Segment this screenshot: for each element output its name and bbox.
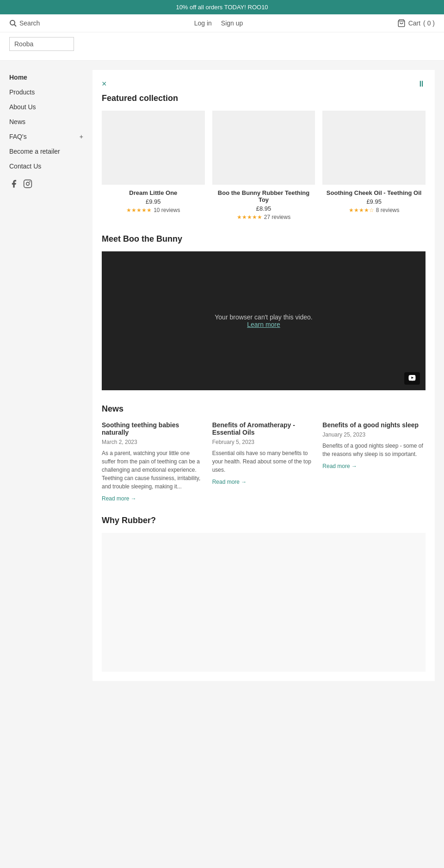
sidebar-nav: Home Products About Us News FAQ's + Beco… <box>9 70 83 174</box>
svg-point-0 <box>10 20 15 25</box>
svg-point-4 <box>26 182 30 186</box>
product-rating-2: ★★★★★ 27 reviews <box>212 214 315 220</box>
cart-count: ( 0 ) <box>423 19 435 27</box>
sidebar-item-contact[interactable]: Contact Us <box>9 159 83 174</box>
product-card-2[interactable]: Boo the Bunny Rubber Teething Toy £8.95 … <box>212 111 315 220</box>
news-excerpt-3: Benefits of a good nights sleep - some o… <box>322 442 426 458</box>
sidebar-products-label: Products <box>9 88 35 96</box>
sidebar-news-label: News <box>9 118 25 125</box>
product-stars-3: ★★★★☆ <box>349 207 374 213</box>
product-card-1[interactable]: Dream Little One £9.95 ★★★★★ 10 reviews <box>102 111 205 220</box>
products-grid: Dream Little One £9.95 ★★★★★ 10 reviews … <box>102 111 426 220</box>
why-rubber-title: Why Rubber? <box>102 516 426 525</box>
svg-rect-3 <box>24 180 32 188</box>
main-layout: Home Products About Us News FAQ's + Beco… <box>0 61 444 690</box>
product-rating-3: ★★★★☆ 8 reviews <box>322 207 426 213</box>
slide-dot[interactable]: × <box>102 79 107 89</box>
news-title: News <box>102 404 426 414</box>
product-rating-1: ★★★★★ 10 reviews <box>102 207 205 213</box>
video-message: Your browser can't play this video. <box>215 313 313 321</box>
product-reviews-2: 27 reviews <box>264 214 290 220</box>
news-card-2: Benefits of Aromatherapy - Essential Oil… <box>212 421 315 502</box>
cart-button[interactable]: Cart ( 0 ) <box>397 19 435 27</box>
product-stars-1: ★★★★★ <box>126 207 152 213</box>
news-date-1: March 2, 2023 <box>102 439 205 445</box>
news-date-2: February 5, 2023 <box>212 439 315 445</box>
sidebar-item-faqs[interactable]: FAQ's + <box>9 129 83 144</box>
news-section: News Soothing teething babies naturally … <box>102 404 426 502</box>
news-date-3: January 25, 2023 <box>322 431 426 438</box>
news-title-2: Benefits of Aromatherapy - Essential Oil… <box>212 421 315 436</box>
header-center: Log in Sign up <box>194 19 243 27</box>
product-name-3: Soothing Cheek Oil - Teething Oil <box>322 189 426 196</box>
sidebar-retailer-label: Become a retailer <box>9 148 60 155</box>
top-banner: 10% off all orders TODAY! ROO10 <box>0 0 444 14</box>
news-title-1: Soothing teething babies naturally <box>102 421 205 436</box>
youtube-icon[interactable] <box>404 372 420 385</box>
news-card-1: Soothing teething babies naturally March… <box>102 421 205 502</box>
cart-icon <box>397 19 406 27</box>
product-price-2: £8.95 <box>212 205 315 212</box>
sidebar-item-home[interactable]: Home <box>9 70 83 85</box>
slide-pause[interactable]: ⏸ <box>417 79 426 89</box>
header: Search Log in Sign up Cart ( 0 ) <box>0 14 444 32</box>
sidebar-about-label: About Us <box>9 103 36 111</box>
slide-controls: × ⏸ <box>102 79 426 89</box>
logo-area <box>0 32 444 61</box>
cart-label: Cart <box>408 19 420 27</box>
product-price-1: £9.95 <box>102 198 205 205</box>
sidebar-home-label: Home <box>9 74 27 81</box>
sidebar-item-retailer[interactable]: Become a retailer <box>9 144 83 159</box>
video-learn-more-link[interactable]: Learn more <box>247 321 280 328</box>
svg-line-1 <box>14 25 16 26</box>
sidebar-item-news[interactable]: News <box>9 114 83 129</box>
product-stars-2: ★★★★★ <box>237 214 262 220</box>
product-card-3[interactable]: Soothing Cheek Oil - Teething Oil £9.95 … <box>322 111 426 220</box>
sidebar-faqs-label: FAQ's <box>9 133 27 140</box>
news-read-more-2[interactable]: Read more → <box>212 479 247 485</box>
sidebar-item-products[interactable]: Products <box>9 85 83 100</box>
header-left: Search <box>9 19 40 27</box>
news-excerpt-2: Essential oils have so many benefits to … <box>212 449 315 474</box>
news-grid: Soothing teething babies naturally March… <box>102 421 426 502</box>
product-image-1 <box>102 111 205 185</box>
search-button[interactable]: Search <box>9 19 40 27</box>
featured-section: Featured collection Dream Little One £9.… <box>102 94 426 220</box>
signup-link[interactable]: Sign up <box>221 19 243 27</box>
product-name-1: Dream Little One <box>102 189 205 196</box>
svg-point-5 <box>30 181 30 182</box>
product-price-3: £9.95 <box>322 198 426 205</box>
featured-title: Featured collection <box>102 94 426 103</box>
news-read-more-1[interactable]: Read more → <box>102 495 136 502</box>
content: × ⏸ Featured collection Dream Little One… <box>92 70 435 681</box>
product-image-3 <box>322 111 426 185</box>
news-card-3: Benefits of a good nights sleep January … <box>322 421 426 502</box>
video-title: Meet Boo the Bunny <box>102 234 426 244</box>
facebook-icon[interactable] <box>9 179 18 188</box>
sidebar-contact-label: Contact Us <box>9 162 41 170</box>
login-link[interactable]: Log in <box>194 19 212 27</box>
search-icon <box>9 19 17 27</box>
sidebar: Home Products About Us News FAQ's + Beco… <box>9 70 83 681</box>
why-rubber-section: Why Rubber? <box>102 516 426 672</box>
instagram-icon[interactable] <box>23 179 32 188</box>
logo-input[interactable] <box>9 37 74 51</box>
why-rubber-content <box>102 533 426 672</box>
news-read-more-3[interactable]: Read more → <box>322 463 357 469</box>
faqs-plus-icon: + <box>80 133 83 140</box>
video-section: Meet Boo the Bunny Your browser can't pl… <box>102 234 426 390</box>
banner-text: 10% off all orders TODAY! ROO10 <box>176 4 268 11</box>
product-name-2: Boo the Bunny Rubber Teething Toy <box>212 189 315 203</box>
sidebar-social <box>9 179 83 188</box>
product-reviews-3: 8 reviews <box>376 207 400 213</box>
video-container[interactable]: Your browser can't play this video. Lear… <box>102 251 426 390</box>
search-label: Search <box>19 19 40 27</box>
news-title-3: Benefits of a good nights sleep <box>322 421 426 429</box>
product-image-2 <box>212 111 315 185</box>
product-reviews-1: 10 reviews <box>154 207 180 213</box>
news-excerpt-1: As a parent, watching your little one su… <box>102 449 205 491</box>
sidebar-item-about-us[interactable]: About Us <box>9 100 83 114</box>
